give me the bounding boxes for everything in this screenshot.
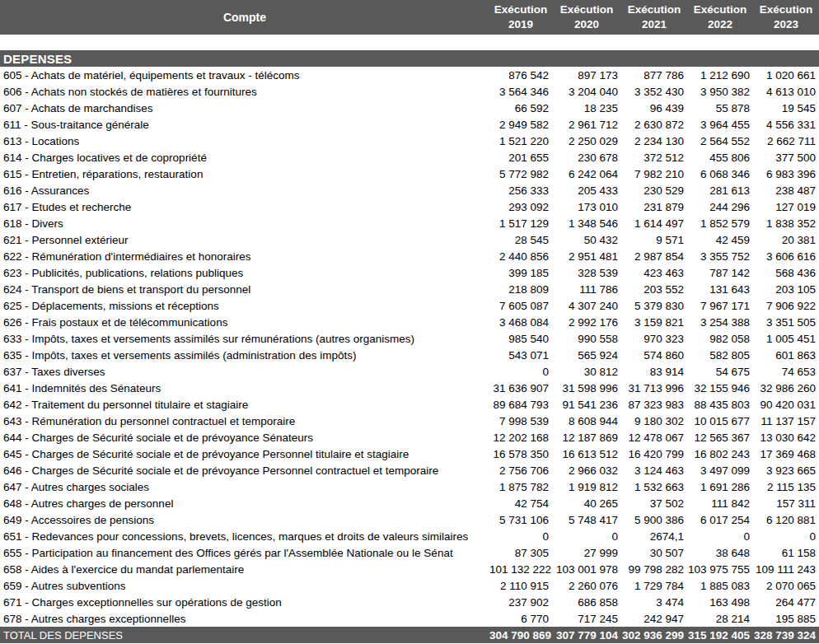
table-row: 671 - Charges exceptionnelles sur opérat…: [0, 594, 819, 610]
amount-cell: 970 323: [621, 333, 687, 345]
amount-cell: 1 532 663: [621, 481, 687, 493]
amount-cell: 377 500: [753, 152, 819, 164]
amount-cell: 6 120 881: [753, 514, 819, 526]
amount-cell: 0: [489, 530, 552, 543]
amount-cell: 543 071: [489, 349, 552, 362]
amount-cell: 230 529: [621, 184, 687, 197]
year-label: 2022: [687, 17, 753, 32]
account-label: 649 - Accessoires de pensions: [0, 514, 489, 526]
amount-cell: 101 132 222: [489, 563, 552, 576]
amount-cell: 173 010: [552, 201, 621, 213]
amount-cell: 27 999: [552, 547, 621, 559]
amount-cell: 238 487: [753, 184, 819, 197]
account-label: 678 - Autres charges exceptionnelles: [0, 613, 489, 625]
table-row: 643 - Rémunération du personnel contract…: [0, 413, 819, 429]
account-label: 637 - Taxes diverses: [0, 366, 489, 378]
execution-label: Exécution: [753, 2, 819, 17]
amount-cell: 3 254 388: [687, 316, 753, 329]
amount-cell: 2 662 711: [753, 135, 819, 147]
amount-cell: 90 420 031: [753, 399, 819, 411]
account-label: 622 - Rémunération d'intermédiaires et h…: [0, 250, 489, 263]
amount-cell: 2674,1: [621, 530, 687, 543]
amount-cell: 877 786: [621, 69, 687, 82]
amount-cell: 111 842: [687, 497, 753, 510]
table-row: 606 - Achats non stockés de matières et …: [0, 83, 819, 100]
amount-cell: 985 540: [489, 333, 552, 345]
year-label: 2019: [489, 17, 552, 32]
amount-cell: 87 323 983: [621, 399, 687, 411]
amount-cell: 13 030 642: [753, 432, 819, 444]
amount-cell: 3 468 084: [489, 316, 552, 329]
amount-cell: 6 017 254: [687, 514, 753, 526]
amount-cell: 0: [552, 530, 621, 543]
amount-cell: 7 906 922: [753, 300, 819, 312]
amount-cell: 1 614 497: [621, 217, 687, 230]
header-spacer: [0, 35, 819, 50]
amount-cell: 127 019: [753, 201, 819, 213]
account-label: 626 - Frais postaux et de télécommunicat…: [0, 316, 489, 329]
amount-cell: 30 812: [552, 366, 621, 378]
amount-cell: 1 348 546: [552, 217, 621, 230]
account-label: 651 - Redevances pour concessions, breve…: [0, 530, 489, 543]
account-label: 611 - Sous-traitance générale: [0, 119, 489, 131]
amount-cell: 103 001 978: [552, 563, 621, 576]
year-label: 2021: [621, 17, 687, 32]
amount-cell: 982 058: [687, 333, 753, 345]
account-label: 615 - Entretien, réparations, restaurati…: [0, 168, 489, 180]
table-row: 659 - Autres subventions2 110 9152 260 0…: [0, 577, 819, 594]
amount-cell: 66 592: [489, 102, 552, 114]
account-label: 618 - Divers: [0, 217, 489, 230]
amount-cell: 16 802 243: [687, 448, 753, 460]
account-label: 635 - Impôts, taxes et versements assimi…: [0, 349, 489, 362]
table-row: 635 - Impôts, taxes et versements assimi…: [0, 347, 819, 363]
table-row: 611 - Sous-traitance générale2 949 5822 …: [0, 116, 819, 133]
amount-cell: 42 754: [489, 497, 552, 510]
amount-cell: 12 565 367: [687, 432, 753, 444]
amount-cell: 2 992 176: [552, 316, 621, 329]
amount-cell: 876 542: [489, 69, 552, 82]
amount-cell: 1 919 812: [552, 481, 621, 493]
column-header-execution-2021: Exécution2021: [621, 2, 687, 32]
amount-cell: 218 809: [489, 283, 552, 296]
amount-cell: 96 439: [621, 102, 687, 114]
account-label: 607 - Achats de marchandises: [0, 102, 489, 114]
amount-cell: 7 967 171: [687, 300, 753, 312]
account-label: 625 - Déplacements, missions et réceptio…: [0, 300, 489, 312]
amount-cell: 242 947: [621, 613, 687, 625]
amount-cell: 2 987 854: [621, 250, 687, 263]
amount-cell: 372 512: [621, 152, 687, 164]
amount-cell: 2 630 872: [621, 119, 687, 131]
amount-cell: 568 436: [753, 267, 819, 279]
table-row: 605 - Achats de matériel, équipements et…: [0, 67, 819, 83]
amount-cell: 4 307 240: [552, 300, 621, 312]
amount-cell: 264 477: [753, 596, 819, 609]
amount-cell: 19 545: [753, 102, 819, 114]
amount-cell: 103 975 755: [687, 563, 753, 576]
amount-cell: 3 497 099: [687, 464, 753, 477]
amount-cell: 787 142: [687, 267, 753, 279]
table-row: 613 - Locations1 521 2202 250 0292 234 1…: [0, 133, 819, 149]
section-header-depenses: DEPENSES: [0, 50, 819, 67]
amount-cell: 5 748 417: [552, 514, 621, 526]
year-label: 2023: [753, 17, 819, 32]
amount-cell: 42 459: [687, 234, 753, 246]
amount-cell: 686 858: [552, 596, 621, 609]
execution-label: Exécution: [552, 2, 621, 17]
amount-cell: 30 507: [621, 547, 687, 559]
amount-cell: 328 539: [552, 267, 621, 279]
amount-cell: 2 070 065: [753, 580, 819, 592]
account-label: 621 - Personnel extérieur: [0, 234, 489, 246]
table-row: 678 - Autres charges exceptionnelles6 77…: [0, 610, 819, 627]
table-row: 658 - Aides à l'exercice du mandat parle…: [0, 561, 819, 577]
amount-cell: 3 352 430: [621, 86, 687, 98]
amount-cell: 12 202 168: [489, 432, 552, 444]
account-label: 605 - Achats de matériel, équipements et…: [0, 69, 489, 82]
table-body: 605 - Achats de matériel, équipements et…: [0, 67, 819, 627]
amount-cell: 7 982 210: [621, 168, 687, 180]
amount-cell: 2 564 552: [687, 135, 753, 147]
amount-cell: 423 463: [621, 267, 687, 279]
amount-cell: 2 756 706: [489, 464, 552, 477]
column-header-execution-2020: Exécution2020: [552, 2, 621, 32]
total-amount-cell: 328 739 324: [753, 629, 819, 642]
amount-cell: 203 105: [753, 283, 819, 296]
